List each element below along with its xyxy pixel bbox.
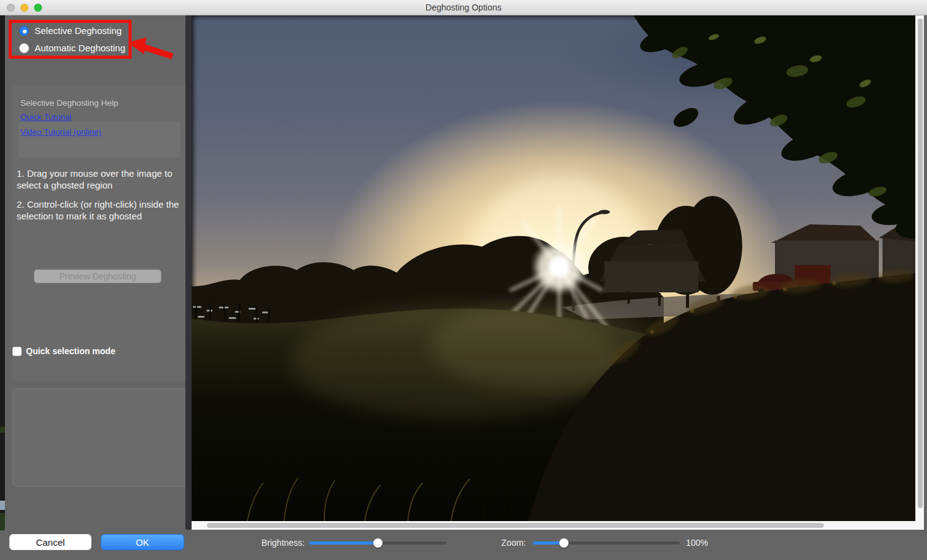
- options-sidebar: [5, 15, 185, 560]
- title-bar: Deghosting Options: [0, 0, 927, 15]
- brightness-label: Brightness:: [258, 538, 305, 548]
- ok-button[interactable]: OK: [101, 534, 184, 550]
- annotation-highlight-box: [9, 20, 132, 59]
- zoom-label: Zoom:: [500, 538, 526, 548]
- quick-tutorial-link[interactable]: Quick Tutorial: [20, 112, 72, 122]
- quick-selection-label: Quick selection mode: [26, 346, 116, 356]
- deghosting-preview-image[interactable]: [192, 15, 915, 521]
- video-tutorial-link[interactable]: Video Tutorial (online): [20, 127, 101, 137]
- instruction-step-2: 2. Control-click (or right-click) inside…: [17, 198, 180, 222]
- quick-selection-mode-row[interactable]: Quick selection mode: [12, 346, 116, 356]
- sunset-photo-illustration: [192, 15, 915, 521]
- horizontal-scrollbar[interactable]: [192, 521, 924, 530]
- deghosting-options-window: { "window": { "title": "Deghosting Optio…: [0, 0, 927, 560]
- brightness-slider-fill: [309, 541, 378, 545]
- brightness-slider[interactable]: [309, 541, 446, 545]
- zoom-slider[interactable]: [533, 541, 680, 545]
- background-app-sliver: [0, 15, 5, 530]
- empty-info-panel: [12, 388, 189, 487]
- zoom-value: 100%: [686, 538, 708, 548]
- horizontal-scrollbar-thumb[interactable]: [207, 523, 824, 528]
- window-title: Deghosting Options: [0, 2, 927, 12]
- vertical-scrollbar[interactable]: [915, 15, 924, 530]
- preview-deghosting-button[interactable]: Preview Deghosting: [34, 269, 161, 283]
- viewport-left-edge: [185, 15, 192, 530]
- brightness-slider-knob[interactable]: [373, 538, 383, 548]
- vertical-scrollbar-thumb[interactable]: [918, 19, 923, 508]
- zoom-slider-knob[interactable]: [559, 538, 569, 548]
- help-section-title: Selective Deghosting Help: [20, 98, 118, 108]
- instruction-step-1: 1. Drag your mouse over the image to sel…: [17, 168, 180, 191]
- annotation-arrow-icon: [128, 36, 176, 62]
- cancel-button[interactable]: Cancel: [9, 534, 91, 550]
- quick-selection-checkbox[interactable]: [12, 347, 22, 356]
